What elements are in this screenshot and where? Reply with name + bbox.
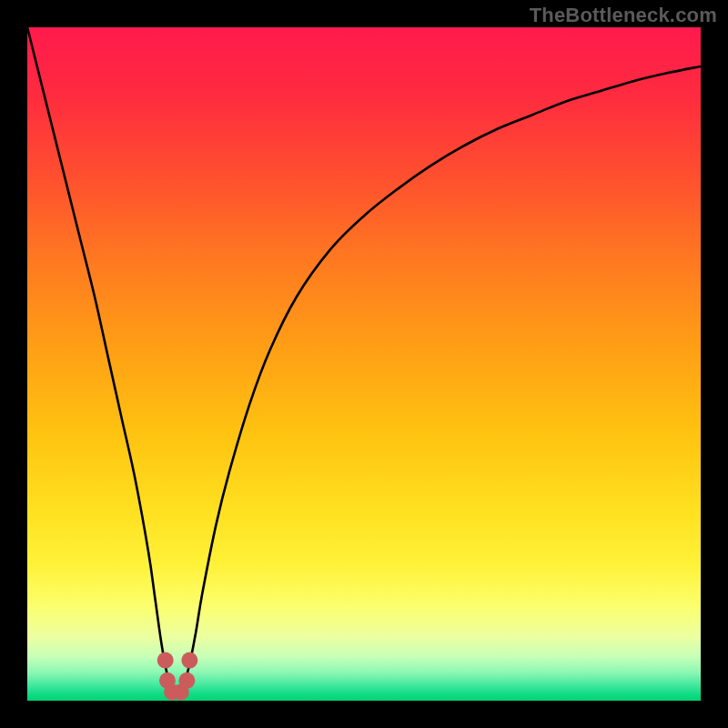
optimal-marker xyxy=(157,652,174,669)
plot-background xyxy=(27,27,701,701)
bottleneck-chart xyxy=(27,27,701,701)
optimal-marker xyxy=(181,652,197,669)
optimal-marker xyxy=(178,672,195,689)
watermark-text: TheBottleneck.com xyxy=(530,4,717,27)
